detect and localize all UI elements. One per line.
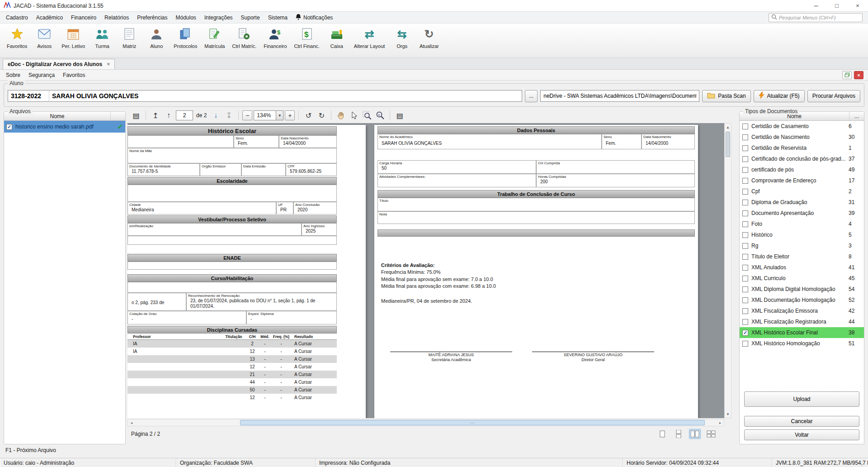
page-setup-icon[interactable]: ▤ [130, 110, 142, 121]
toolbar-matriz[interactable]: Matriz [116, 25, 142, 56]
select-tool-button[interactable] [348, 110, 360, 121]
aluno-name-field[interactable] [49, 90, 522, 102]
tab-close-icon[interactable]: × [107, 61, 110, 67]
toolbar-financeiro[interactable]: $ Financeiro [260, 25, 290, 56]
single-page-layout-icon[interactable] [656, 429, 668, 439]
file-row[interactable]: ✓ historico ensino medio sarah.pdf ✓ [4, 121, 125, 133]
zoom-dynamic-button[interactable]: ± [374, 110, 386, 121]
doc-type-row[interactable]: XML Documentação Homologação52 [740, 295, 864, 305]
scan-path-field[interactable] [540, 90, 699, 102]
menu-sistema[interactable]: Sistema [264, 13, 292, 23]
menu-preferencias[interactable]: Preferências [133, 13, 171, 23]
doc-type-checkbox[interactable]: ✓ [742, 330, 748, 336]
tipos-col-more[interactable]: ... [849, 112, 864, 120]
toolbar-avisos[interactable]: Avisos [31, 25, 57, 56]
doc-type-checkbox[interactable] [742, 265, 748, 271]
continuous-layout-icon[interactable] [673, 429, 684, 439]
doc-type-row[interactable]: Título de Eleitor8 [740, 251, 864, 262]
first-page-button[interactable]: ↥ [150, 110, 161, 121]
toolbar-ctrl-financeiro[interactable]: $ Ctrl Financ. [291, 25, 323, 56]
menu-academico[interactable]: Acadêmico [32, 13, 67, 23]
frame-close-button[interactable]: × [854, 71, 863, 79]
doc-type-row[interactable]: XML Curriculo45 [740, 273, 864, 284]
maximize-button[interactable]: □ [826, 0, 847, 11]
close-button[interactable]: × [847, 0, 868, 11]
zoom-in-button[interactable]: + [285, 110, 295, 120]
toolbar-caixa[interactable]: Caixa [324, 25, 350, 56]
submenu-sobre[interactable]: Sobre [2, 71, 24, 80]
toolbar-protocolos[interactable]: Protocolos [170, 25, 200, 56]
page-number-input[interactable] [176, 110, 193, 120]
zoom-select[interactable]: 134% ▾ [254, 110, 283, 120]
doc-type-row-selected[interactable]: ✓XML Histórico Escolar Final38 [740, 327, 864, 338]
scroll-down-icon[interactable]: ▼ [725, 411, 731, 417]
menu-modulos[interactable]: Módulos [172, 13, 200, 23]
upload-button[interactable]: Upload [744, 391, 859, 407]
doc-type-row[interactable]: Certidão de Casamento6 [740, 121, 864, 132]
menu-search-box[interactable] [769, 13, 863, 22]
doc-type-checkbox[interactable] [742, 167, 748, 173]
frame-restore-button[interactable] [842, 71, 852, 79]
doc-type-checkbox[interactable] [742, 232, 748, 238]
menu-cadastro[interactable]: Cadastro [2, 13, 32, 23]
doc-type-row[interactable]: XML Fiscalização Emissora42 [740, 305, 864, 316]
doc-type-row[interactable]: XML Histórico Homologação51 [740, 338, 864, 349]
tab-edoc[interactable]: eDoc - Digitalizar Acervo dos Alunos × [3, 59, 115, 69]
toolbar-aluno[interactable]: Aluno [143, 25, 170, 56]
doc-type-row[interactable]: XML Fiscalização Registradora44 [740, 316, 864, 327]
doc-type-checkbox[interactable] [742, 308, 748, 314]
doc-type-row[interactable]: XML Diploma Digital Homologação54 [740, 284, 864, 295]
doc-type-checkbox[interactable] [742, 254, 748, 260]
two-page-continuous-layout-icon[interactable] [705, 429, 717, 439]
procurar-arquivos-button[interactable]: Procurar Arquivos [807, 90, 860, 102]
browse-aluno-button[interactable]: ... [525, 90, 538, 102]
doc-type-checkbox[interactable] [742, 221, 748, 227]
menu-suporte[interactable]: Suporte [237, 13, 264, 23]
scroll-up-icon[interactable]: ▲ [725, 124, 731, 130]
toolbar-favoritos[interactable]: Favoritos [4, 25, 30, 56]
doc-type-row[interactable]: Diploma de Graduação31 [740, 197, 864, 208]
zoom-marquee-button[interactable] [361, 110, 373, 121]
aluno-code-field[interactable] [8, 90, 49, 102]
doc-type-checkbox[interactable] [742, 297, 748, 303]
doc-type-row[interactable]: Certificado de conclusão de pós-grad...3… [740, 153, 864, 164]
doc-type-row[interactable]: Certidão de Reservista1 [740, 143, 864, 153]
doc-type-checkbox[interactable] [742, 156, 748, 162]
menu-relatorios[interactable]: Relatórios [100, 13, 133, 23]
horizontal-scrollbar[interactable]: ◂ ⋯ ▸ [127, 419, 724, 426]
doc-type-checkbox[interactable] [742, 341, 748, 347]
toolbar-alterar-layout[interactable]: ⇄ Alterar Layout [351, 25, 388, 56]
toolbar-orgs[interactable]: ⇆ Orgs [389, 25, 415, 56]
submenu-seguranca[interactable]: Segurança [24, 71, 59, 80]
cancelar-button[interactable]: Cancelar [744, 416, 859, 427]
menu-integracoes[interactable]: Integrações [200, 13, 237, 23]
vertical-scrollbar[interactable]: ▲ ▼ [724, 123, 731, 418]
rotate-right-button[interactable]: ↻ [316, 110, 327, 121]
doc-type-checkbox[interactable] [742, 124, 748, 129]
doc-type-row[interactable]: Rg3 [740, 240, 864, 251]
next-page-button[interactable]: ↓ [210, 110, 222, 121]
doc-type-row[interactable]: Histórico5 [740, 229, 864, 240]
horizontal-scroll-thumb[interactable]: ⋯ [240, 420, 705, 425]
doc-type-row[interactable]: certificado de pós49 [740, 164, 864, 175]
toolbar-ctrl-matricula[interactable]: Ctrl Matríc. [229, 25, 259, 56]
doc-type-checkbox[interactable] [742, 145, 748, 151]
doc-type-row[interactable]: Comprovante de Endereço17 [740, 175, 864, 186]
rotate-left-button[interactable]: ↺ [302, 110, 314, 121]
doc-type-checkbox[interactable] [742, 286, 748, 292]
doc-type-row[interactable]: Documento Apresentação39 [740, 208, 864, 219]
search-input[interactable] [779, 15, 860, 20]
zoom-out-button[interactable]: − [242, 110, 252, 120]
doc-type-checkbox[interactable] [742, 178, 748, 184]
toolbar-matricula[interactable]: Matrícula [201, 25, 228, 56]
doc-type-checkbox[interactable] [742, 134, 748, 140]
toolbar-per-letivo[interactable]: Per. Letivo [58, 25, 88, 56]
two-page-layout-icon[interactable] [689, 429, 701, 439]
menu-financeiro[interactable]: Financeiro [67, 13, 100, 23]
doc-type-row[interactable]: Foto4 [740, 219, 864, 229]
scroll-right-icon[interactable]: ▸ [717, 419, 723, 426]
hand-tool-button[interactable] [335, 110, 347, 121]
doc-type-checkbox[interactable] [742, 276, 748, 281]
last-page-button[interactable]: ↧ [223, 110, 235, 121]
document-canvas[interactable]: Histórico Escolar SexoFem. Data Nascimen… [127, 123, 724, 418]
